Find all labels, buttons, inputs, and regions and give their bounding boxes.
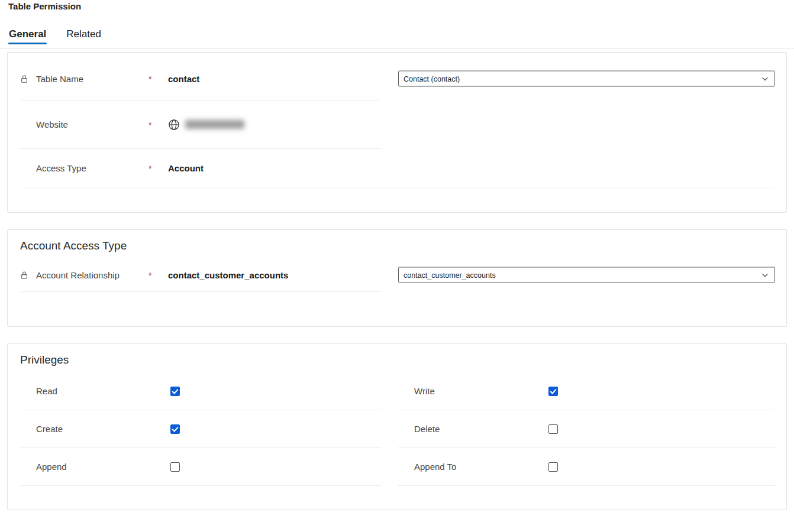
- field-value-website: [168, 119, 775, 131]
- field-row-access-type: Access Type * Account: [20, 149, 775, 187]
- privilege-row-append: Append: [20, 448, 381, 486]
- tab-related-label: Related: [66, 28, 101, 40]
- privilege-label-create: Create: [36, 424, 170, 434]
- tabs-divider: [0, 48, 794, 48]
- tab-bar: General Related: [8, 26, 794, 48]
- account-relationship-combobox[interactable]: contact_customer_accounts: [398, 267, 775, 283]
- account-relationship-combobox-value: contact_customer_accounts: [404, 271, 496, 279]
- privilege-label-read: Read: [36, 386, 170, 396]
- checkbox-append[interactable]: [170, 462, 180, 472]
- website-redacted-value: [185, 120, 244, 129]
- checkbox-write[interactable]: [548, 387, 558, 396]
- table-name-combobox-value: Contact (contact): [404, 74, 460, 83]
- field-label-table-name: Table Name: [36, 74, 149, 84]
- privilege-label-append: Append: [36, 462, 170, 472]
- field-row-account-relationship: Account Relationship * contact_customer_…: [20, 258, 775, 291]
- privilege-label-write: Write: [414, 386, 548, 396]
- field-value-access-type: Account: [168, 163, 775, 173]
- privilege-label-append-to: Append To: [414, 462, 548, 472]
- field-label-access-type: Access Type: [36, 163, 149, 173]
- privilege-row-write: Write: [398, 372, 775, 410]
- field-label-website: Website: [36, 119, 149, 129]
- account-access-section: Account Access Type Account Relationship…: [7, 229, 787, 327]
- checkbox-delete[interactable]: [548, 424, 558, 434]
- globe-icon: [168, 119, 180, 131]
- field-row-table-name: Table Name * contact Contact (contact): [20, 57, 775, 100]
- tab-related[interactable]: Related: [66, 26, 102, 48]
- table-name-combobox[interactable]: Contact (contact): [398, 71, 775, 87]
- account-access-section-title: Account Access Type: [20, 235, 775, 258]
- privilege-row-delete: Delete: [398, 410, 775, 448]
- chevron-down-icon: [761, 271, 769, 279]
- lock-icon: [20, 74, 28, 83]
- checkbox-append-to[interactable]: [548, 462, 558, 472]
- privilege-row-create: Create: [20, 410, 381, 448]
- required-asterisk: *: [149, 163, 151, 173]
- privilege-row-read: Read: [20, 372, 381, 410]
- general-section: Table Name * contact Contact (contact) W…: [7, 52, 787, 213]
- tab-general-label: General: [9, 28, 46, 40]
- privilege-row-append-to: Append To: [398, 448, 775, 486]
- field-row-website: Website *: [20, 100, 775, 148]
- privileges-grid: Read Write Create Delete Append Append T: [20, 372, 775, 486]
- required-asterisk: *: [149, 270, 151, 280]
- privilege-label-delete: Delete: [414, 424, 548, 434]
- lock-icon: [20, 271, 28, 280]
- required-asterisk: *: [149, 73, 151, 84]
- tab-general[interactable]: General: [8, 26, 47, 48]
- checkbox-read[interactable]: [170, 387, 180, 396]
- page-title: Table Permission: [0, 0, 794, 12]
- checkbox-create[interactable]: [170, 424, 180, 434]
- privileges-section-title: Privileges: [20, 349, 775, 372]
- required-asterisk: *: [149, 119, 151, 130]
- table-permission-page: Table Permission General Related Table N…: [0, 0, 794, 532]
- chevron-down-icon: [761, 74, 769, 83]
- field-label-account-relationship: Account Relationship: [36, 270, 149, 280]
- privileges-section: Privileges Read Write Create Delete Appe…: [7, 343, 787, 510]
